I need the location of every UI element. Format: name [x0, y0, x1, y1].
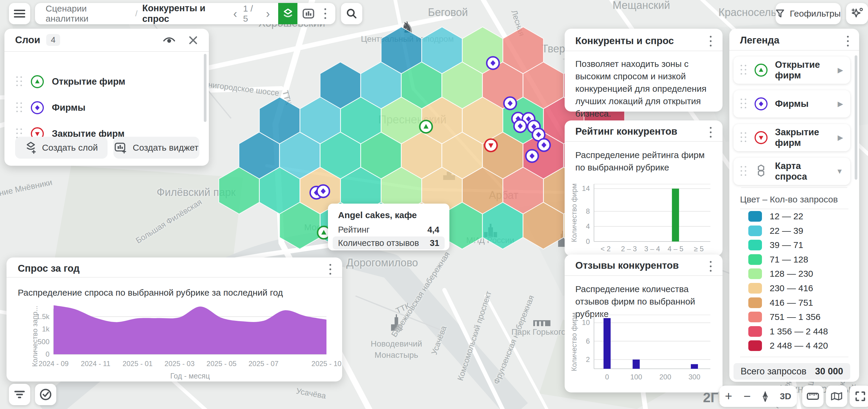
legend-item-firm[interactable]: Фирмы▶: [734, 90, 850, 117]
expand-icon[interactable]: ▶: [838, 134, 843, 142]
drag-handle[interactable]: [16, 102, 23, 113]
map-filter-button[interactable]: [9, 384, 30, 405]
layers-scrollbar[interactable]: [204, 54, 207, 122]
svg-text:1k: 1k: [42, 325, 50, 333]
breadcrumb-section[interactable]: Сценарии аналитики: [45, 4, 130, 24]
scenario-card-menu[interactable]: [705, 33, 717, 49]
ruler-button[interactable]: [802, 386, 824, 407]
legend-item-open[interactable]: Открытие фирм▶: [734, 57, 850, 84]
mode-3d-button[interactable]: 3D: [780, 391, 791, 401]
tooltip-row-label: Рейтинг: [338, 225, 428, 235]
legend-scale-row: 12 — 22: [748, 211, 803, 221]
color-swatch: [748, 226, 762, 236]
menu-button[interactable]: [9, 3, 30, 24]
map-marker-firm[interactable]: [504, 97, 516, 109]
collapse-icon[interactable]: ▼: [836, 167, 843, 175]
svg-text:2024 - 11: 2024 - 11: [81, 360, 111, 368]
breadcrumb-separator: /: [135, 9, 137, 19]
demand-card: Спрос за год Распределение спроса по выб…: [6, 258, 342, 381]
map-marker-firm[interactable]: [526, 150, 538, 162]
scenario-description: Позволяет находить зоны с высоким спросо…: [575, 58, 712, 120]
clock-icon: [39, 388, 52, 401]
legend-scale-title: Цвет – Кол-во запросов: [740, 195, 838, 205]
demand-layer-icon: [754, 165, 768, 178]
drag-handle[interactable]: [741, 132, 747, 143]
scenario-card: Конкуренты и спрос Позволяет находить зо…: [565, 29, 722, 111]
prev-scenario-button[interactable]: ‹: [233, 8, 237, 20]
fullscreen-icon: [855, 391, 866, 402]
drag-handle[interactable]: [741, 166, 747, 177]
search-button[interactable]: [341, 3, 362, 24]
tooltip-row: Количество отзывов31: [333, 236, 445, 249]
drag-handle[interactable]: [16, 76, 23, 87]
toggle-visibility-button[interactable]: [163, 36, 176, 46]
layers-panel: Слои 4 Открытие фирмФирмыЗакрытие фирм С…: [4, 29, 209, 166]
rating-card-menu[interactable]: [705, 125, 717, 140]
zoom-in-button[interactable]: +: [725, 389, 732, 403]
basemap-button[interactable]: [826, 386, 847, 407]
next-scenario-button[interactable]: ›: [266, 8, 270, 20]
map-marker-firm[interactable]: [538, 139, 550, 151]
legend-scale-row: 230 — 416: [748, 283, 813, 294]
svg-text:2025 - 10: 2025 - 10: [311, 360, 341, 368]
compass-icon[interactable]: [762, 390, 769, 402]
drag-handle[interactable]: [741, 99, 747, 109]
funnel-icon: [776, 9, 784, 18]
scale-range-label: 1 356 — 2 448: [770, 327, 828, 337]
scale-range-label: 39 — 71: [770, 240, 803, 250]
layers-icon: [282, 8, 294, 19]
scale-range-label: 416 — 751: [770, 298, 813, 308]
scale-range-label: 22 — 39: [770, 226, 803, 236]
toolbar-more-button[interactable]: [320, 6, 331, 21]
layer-item-label: Открытие фирм: [52, 76, 125, 87]
layer-item-open[interactable]: Открытие фирм: [16, 75, 125, 89]
close-layers-button[interactable]: [188, 35, 198, 45]
expand-icon[interactable]: ▶: [838, 66, 843, 74]
widgets-button[interactable]: [298, 3, 320, 24]
rating-card-subtitle: Распределение рейтинга фирм по выбранной…: [575, 149, 715, 174]
legend-item-close[interactable]: Закрытие фирм▶: [734, 124, 850, 151]
svg-text:4 – 5: 4 – 5: [668, 245, 683, 253]
map-marker-firm[interactable]: [514, 120, 526, 132]
tooltip-title: Angel cakes, кафе: [338, 210, 417, 220]
scenario-toolbar: Сценарии аналитики / Конкуренты и спрос …: [35, 3, 335, 24]
zoom-out-button[interactable]: −: [744, 389, 751, 403]
close-layer-icon: [754, 131, 768, 144]
scale-range-label: 230 — 416: [770, 283, 813, 293]
eye-icon: [163, 36, 176, 46]
demand-card-menu[interactable]: [324, 262, 336, 277]
demand-card-title: Спрос за год: [18, 263, 80, 274]
layer-item-firm[interactable]: Фирмы: [16, 101, 85, 114]
open-layer-icon: [31, 75, 44, 89]
legend-item-demand[interactable]: Карта спроса▼: [734, 158, 850, 185]
page-title: Конкуренты и спрос: [142, 3, 233, 24]
total-requests-label: Всего запросов: [741, 366, 815, 377]
color-swatch: [748, 283, 762, 294]
search-icon: [346, 8, 357, 19]
map-icon: [831, 392, 842, 401]
reviews-card-menu[interactable]: [705, 259, 717, 274]
ai-assistant-button[interactable]: [846, 3, 868, 24]
fullscreen-button[interactable]: [849, 386, 868, 407]
expand-icon[interactable]: ▶: [838, 100, 843, 108]
legend-scrollbar[interactable]: [855, 55, 857, 180]
scale-range-label: 128 — 230: [770, 269, 813, 279]
map-marker-open[interactable]: [420, 121, 432, 133]
legend-scale-row: 416 — 751: [748, 298, 813, 308]
svg-text:2: 2: [586, 355, 590, 364]
create-layer-button[interactable]: Создать слой: [15, 137, 107, 159]
map-marker-firm[interactable]: [487, 57, 499, 69]
map-marker-firm[interactable]: [317, 185, 330, 197]
color-swatch: [748, 326, 762, 337]
legend-panel: Легенда Открытие фирм▶Фирмы▶Закрытие фир…: [730, 29, 859, 382]
time-machine-button[interactable]: [35, 384, 56, 405]
total-requests-row: Всего запросов 30 000: [734, 363, 850, 380]
legend-item-label: Открытие фирм: [775, 60, 831, 81]
drag-handle[interactable]: [741, 65, 747, 75]
geofilters-button[interactable]: Геофильтры: [776, 3, 841, 24]
layers-button[interactable]: [278, 3, 298, 24]
map-marker-close[interactable]: [485, 139, 497, 151]
legend-panel-menu[interactable]: [842, 33, 854, 49]
create-widget-button[interactable]: Создать виджет: [114, 137, 199, 159]
close-icon: [188, 35, 198, 45]
